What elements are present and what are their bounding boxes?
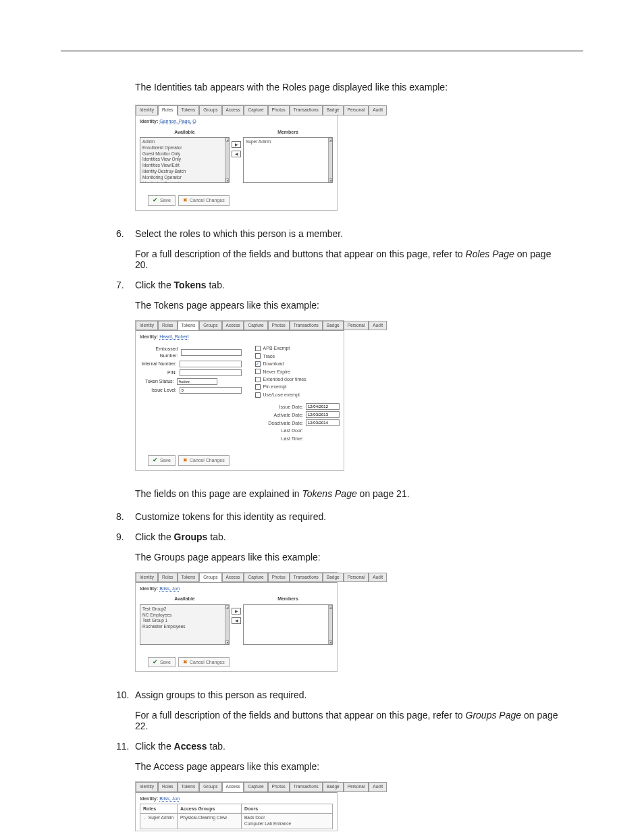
ext-door-checkbox[interactable]: [255, 377, 261, 382]
identity-link[interactable]: Bliss, Jon: [159, 796, 180, 801]
cancel-button[interactable]: ✖Cancel Changes: [178, 657, 230, 667]
tab-audit[interactable]: Audit: [369, 782, 387, 792]
tab-photos[interactable]: Photos: [268, 782, 290, 792]
download-checkbox[interactable]: ✓: [255, 361, 261, 367]
tab-roles[interactable]: Roles: [158, 105, 178, 115]
tab-transactions[interactable]: Transactions: [290, 782, 323, 792]
tab-transactions[interactable]: Transactions: [290, 105, 323, 115]
list-item[interactable]: Guest Monitor Only: [142, 151, 227, 157]
move-left-button[interactable]: ◀: [232, 151, 241, 157]
tab-roles[interactable]: Roles: [158, 782, 178, 792]
tab-personal[interactable]: Personal: [344, 782, 369, 792]
tab-groups[interactable]: Groups: [199, 321, 221, 331]
deactivate-date-input[interactable]: [306, 419, 340, 426]
scroll-up-icon[interactable]: ▲: [329, 605, 332, 609]
cancel-button[interactable]: ✖Cancel Changes: [178, 195, 230, 205]
save-button[interactable]: ✔Save: [148, 195, 176, 205]
tab-personal[interactable]: Personal: [344, 105, 369, 115]
scroll-up-icon[interactable]: ▲: [225, 605, 229, 609]
list-item[interactable]: Identity-Destroy-Batch: [142, 169, 227, 175]
tab-badge[interactable]: Badge: [323, 782, 344, 792]
scroll-down-icon[interactable]: ▼: [225, 178, 229, 182]
tab-personal[interactable]: Personal: [344, 321, 369, 331]
tab-access[interactable]: Access: [222, 105, 244, 115]
tab-access[interactable]: Access: [222, 573, 244, 583]
tab-badge[interactable]: Badge: [323, 321, 344, 331]
scroll-up-icon[interactable]: ▲: [329, 138, 332, 142]
identity-link[interactable]: Bliss, Jon: [159, 586, 180, 591]
tab-audit[interactable]: Audit: [369, 321, 387, 331]
tab-access[interactable]: Access: [222, 321, 244, 331]
identity-link[interactable]: Hearit, Robert: [159, 334, 189, 339]
scroll-down-icon[interactable]: ▼: [329, 178, 332, 182]
list-item[interactable]: Rochester Employees: [142, 624, 227, 630]
token-status-select[interactable]: [177, 378, 217, 385]
save-button[interactable]: ✔Save: [148, 657, 176, 667]
tab-audit[interactable]: Audit: [369, 105, 387, 115]
tab-tokens[interactable]: Tokens: [178, 105, 200, 115]
scrollbar[interactable]: ▲▼: [225, 605, 229, 644]
move-right-button[interactable]: ▶: [232, 141, 241, 148]
tab-tokens[interactable]: Tokens: [178, 782, 200, 792]
tab-identity[interactable]: Identity: [136, 573, 158, 583]
tab-audit[interactable]: Audit: [369, 573, 387, 583]
tab-capture[interactable]: Capture: [244, 105, 267, 115]
move-right-button[interactable]: ▶: [232, 608, 241, 615]
tab-capture[interactable]: Capture: [244, 782, 267, 792]
issue-level-input[interactable]: [180, 387, 242, 394]
apb-checkbox[interactable]: [255, 346, 261, 351]
tab-roles[interactable]: Roles: [158, 321, 178, 331]
pin-exempt-checkbox[interactable]: [255, 384, 261, 390]
members-listbox[interactable]: ▲▼: [243, 604, 333, 645]
tab-badge[interactable]: Badge: [323, 105, 344, 115]
uselose-checkbox[interactable]: [255, 392, 261, 398]
scrollbar[interactable]: ▲▼: [328, 138, 332, 182]
members-listbox[interactable]: Super Admin ▲▼: [243, 137, 333, 183]
activate-date-input[interactable]: [306, 411, 340, 418]
list-item[interactable]: Monitoring Operator: [142, 175, 227, 181]
internal-input[interactable]: [180, 361, 242, 367]
scroll-down-icon[interactable]: ▼: [225, 640, 229, 644]
tab-capture[interactable]: Capture: [244, 573, 267, 583]
embossed-input[interactable]: [181, 349, 242, 356]
available-listbox[interactable]: Test Group2 NC Employees Test Group 1 Ro…: [140, 604, 230, 645]
list-item[interactable]: Admin: [142, 139, 227, 145]
list-item[interactable]: Test Group 1: [142, 618, 227, 624]
move-left-button[interactable]: ◀: [232, 617, 241, 624]
scroll-up-icon[interactable]: ▲: [225, 138, 229, 142]
list-item[interactable]: Monitoring Supervisor: [142, 181, 227, 184]
tab-groups[interactable]: Groups: [199, 573, 221, 583]
never-expire-checkbox[interactable]: [255, 369, 261, 374]
tab-groups[interactable]: Groups: [199, 782, 221, 792]
tab-groups[interactable]: Groups: [199, 105, 221, 115]
save-button[interactable]: ✔Save: [148, 455, 176, 465]
issue-date-input[interactable]: [306, 403, 340, 410]
tab-badge[interactable]: Badge: [323, 573, 344, 583]
tab-photos[interactable]: Photos: [268, 105, 290, 115]
scroll-down-icon[interactable]: ▼: [329, 640, 332, 644]
tab-tokens[interactable]: Tokens: [178, 573, 200, 583]
list-item[interactable]: Identities View Only: [142, 157, 227, 163]
tab-identity[interactable]: Identity: [136, 105, 158, 115]
list-item[interactable]: Enrollment Operator: [142, 145, 227, 151]
list-item[interactable]: NC Employees: [142, 613, 227, 619]
tab-tokens[interactable]: Tokens: [178, 321, 200, 331]
identity-link[interactable]: Gannon, Page, Q: [159, 119, 196, 124]
tab-identity[interactable]: Identity: [136, 321, 158, 331]
scrollbar[interactable]: ▲▼: [328, 605, 332, 644]
tree-toggle-icon[interactable]: -: [143, 815, 149, 820]
pin-input[interactable]: [180, 369, 242, 376]
trace-checkbox[interactable]: [255, 353, 261, 359]
tab-capture[interactable]: Capture: [244, 321, 267, 331]
tab-identity[interactable]: Identity: [136, 782, 158, 792]
scrollbar[interactable]: ▲▼: [225, 138, 229, 182]
cancel-button[interactable]: ✖Cancel Changes: [178, 455, 230, 465]
available-listbox[interactable]: Admin Enrollment Operator Guest Monitor …: [140, 137, 230, 183]
tab-transactions[interactable]: Transactions: [290, 573, 323, 583]
tab-transactions[interactable]: Transactions: [290, 321, 323, 331]
list-item[interactable]: Identities View/Edit: [142, 163, 227, 169]
tab-photos[interactable]: Photos: [268, 573, 290, 583]
tab-access[interactable]: Access: [222, 782, 244, 792]
tab-photos[interactable]: Photos: [268, 321, 290, 331]
list-item[interactable]: Test Group2: [142, 606, 227, 613]
